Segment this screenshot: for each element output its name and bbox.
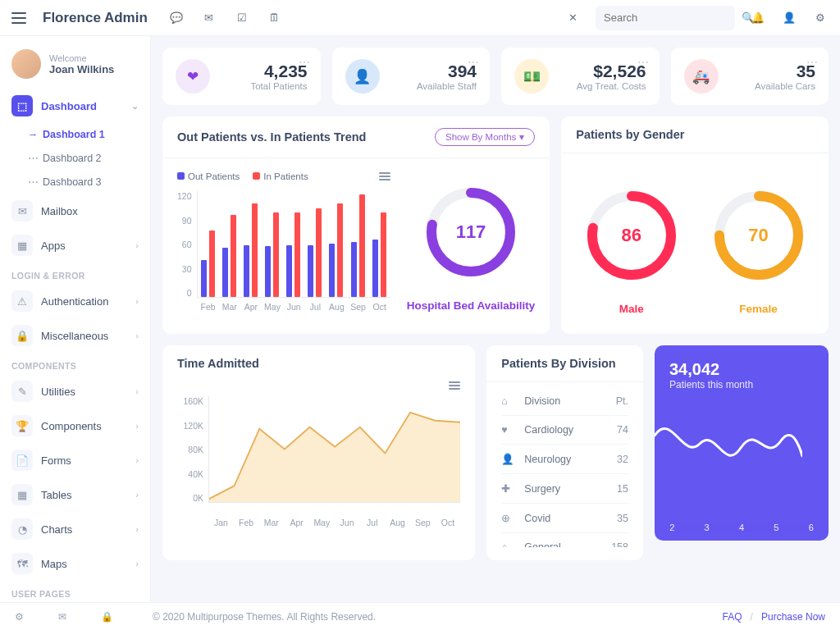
time-admitted-chart: 160K120K80K40K0K JanFebMarAprMayJunJulAu… bbox=[177, 396, 460, 527]
division-row[interactable]: 👤Neurology32 bbox=[501, 445, 628, 474]
search-box[interactable]: 🔍 bbox=[596, 6, 735, 30]
female-donut: 70 bbox=[710, 186, 808, 285]
nav-dashboard[interactable]: ⬚ Dashboard ⌄ bbox=[0, 89, 150, 123]
nav-forms[interactable]: 📄Forms› bbox=[0, 443, 150, 477]
time-admitted-title: Time Admitted bbox=[177, 357, 259, 370]
nav-mailbox[interactable]: ✉Mailbox bbox=[0, 194, 150, 228]
chevron-right-icon: › bbox=[135, 240, 139, 250]
mailbox-icon: ✉ bbox=[11, 200, 33, 221]
division-icon: ✚ bbox=[501, 482, 524, 495]
gear-icon[interactable]: ⚙ bbox=[812, 10, 829, 26]
home-icon: ⌂ bbox=[501, 395, 524, 407]
stat-value: $2,526 bbox=[577, 62, 646, 81]
footer-gear-icon[interactable]: ⚙ bbox=[15, 611, 24, 623]
nav-authentication[interactable]: ⚠Authentication› bbox=[0, 284, 150, 318]
more-icon[interactable]: ⋯ bbox=[299, 56, 311, 69]
chevron-right-icon: › bbox=[135, 331, 139, 340]
stats-row: ⋯ ❤ 4,235Total Patients ⋯ 👤 394Available… bbox=[162, 48, 829, 105]
division-header-row: ⌂ Division Pt. bbox=[501, 387, 628, 416]
nav-charts[interactable]: ◔Charts› bbox=[0, 512, 150, 546]
chart-menu-icon[interactable] bbox=[379, 172, 390, 180]
search-input[interactable] bbox=[604, 11, 742, 24]
chevron-down-icon: ⌄ bbox=[131, 101, 139, 112]
stat-icon: ❤ bbox=[176, 59, 210, 94]
check-icon[interactable]: ☑ bbox=[235, 11, 249, 25]
sidebar-user[interactable]: Welcome Joan Wilkins bbox=[0, 46, 150, 89]
chart-menu-icon[interactable] bbox=[449, 381, 460, 390]
section-components: COMPONENTS bbox=[0, 353, 150, 374]
division-rows[interactable]: ♥Cardiology74👤Neurology32✚Surgery15⊕Covi… bbox=[501, 416, 628, 547]
caret-down-icon: ▾ bbox=[519, 131, 524, 143]
trend-panel: Out Patients vs. In Patients Trend Show … bbox=[162, 116, 550, 334]
stat-card-3[interactable]: ⋯ 🚑 35Available Cars bbox=[671, 48, 829, 105]
arrow-icon: → bbox=[25, 129, 41, 140]
topbar: Florence Admin 💬 ✉ ☑ 🗓 ✕ 🔍 🔔 👤 ⚙ bbox=[0, 0, 840, 36]
stat-label: Avg Treat. Costs bbox=[577, 81, 646, 91]
division-title: Patients By Division bbox=[501, 357, 615, 370]
grid-icon: ▦ bbox=[11, 484, 33, 505]
nav-utilities[interactable]: ✎Utilities› bbox=[0, 374, 150, 409]
more-icon[interactable]: ⋯ bbox=[637, 56, 650, 69]
calendar-icon[interactable]: 🗓 bbox=[267, 11, 282, 25]
warning-icon: ⚠ bbox=[11, 290, 33, 312]
more-icon[interactable]: ⋯ bbox=[468, 56, 480, 69]
division-row[interactable]: ♥Cardiology74 bbox=[501, 416, 628, 445]
nav-components[interactable]: 🏆Components› bbox=[0, 409, 150, 443]
bed-availability-donut: 117 bbox=[422, 183, 520, 281]
nav-tables[interactable]: ▦Tables› bbox=[0, 477, 150, 512]
male-donut: 86 bbox=[582, 186, 681, 285]
mail-icon[interactable]: ✉ bbox=[202, 11, 217, 25]
stat-card-0[interactable]: ⋯ ❤ 4,235Total Patients bbox=[162, 48, 321, 105]
subnav-dashboard-2[interactable]: ⋯Dashboard 2 bbox=[25, 146, 150, 170]
division-row[interactable]: ⊕Covid35 bbox=[501, 504, 628, 533]
nav-label: Dashboard bbox=[41, 100, 97, 112]
section-login-error: LOGIN & ERROR bbox=[0, 262, 150, 284]
male-value: 86 bbox=[582, 186, 681, 285]
chevron-right-icon: › bbox=[135, 455, 139, 465]
trend-bar-chart: 1209060300 FebMarAprMayJunJulAugSepOct bbox=[177, 191, 390, 321]
stat-card-2[interactable]: ⋯ 💵 $2,526Avg Treat. Costs bbox=[501, 48, 660, 105]
purple-x-axis: 23456 bbox=[655, 523, 829, 532]
patients-month-label: Patients this month bbox=[669, 379, 814, 390]
stat-icon: 💵 bbox=[514, 59, 549, 94]
trend-filter-button[interactable]: Show By Months▾ bbox=[435, 128, 535, 146]
user-icon[interactable]: 👤 bbox=[781, 10, 797, 26]
gender-panel: Patients by Gender 86 Male 70 bbox=[561, 116, 829, 334]
dots-icon: ⋯ bbox=[25, 176, 41, 188]
footer-faq-link[interactable]: FAQ bbox=[723, 611, 742, 623]
stat-icon: 👤 bbox=[345, 59, 380, 94]
map-icon: 🗺 bbox=[11, 553, 33, 574]
stat-icon: 🚑 bbox=[684, 59, 719, 94]
footer-lock-icon[interactable]: 🔒 bbox=[101, 611, 113, 623]
footer-mail-icon[interactable]: ✉ bbox=[58, 611, 66, 623]
edit-icon: ✎ bbox=[11, 381, 33, 402]
nav-maps[interactable]: 🗺Maps› bbox=[0, 546, 150, 581]
female-label: Female bbox=[739, 303, 778, 315]
subnav-dashboard-3[interactable]: ⋯Dashboard 3 bbox=[25, 170, 150, 194]
chevron-right-icon: › bbox=[135, 421, 139, 431]
chat-icon[interactable]: 💬 bbox=[169, 11, 184, 25]
subnav-dashboard-1[interactable]: →Dashboard 1 bbox=[25, 123, 150, 146]
menu-toggle[interactable] bbox=[11, 12, 26, 24]
chevron-right-icon: › bbox=[135, 524, 139, 534]
female-value: 70 bbox=[710, 186, 808, 285]
chevron-right-icon: › bbox=[135, 559, 139, 568]
nav-miscellaneous[interactable]: 🔒Miscellaneous› bbox=[0, 318, 150, 353]
chevron-right-icon: › bbox=[135, 490, 139, 500]
division-row[interactable]: ✚Surgery15 bbox=[501, 474, 628, 504]
dashboard-icon: ⬚ bbox=[11, 95, 33, 116]
trend-title: Out Patients vs. In Patients Trend bbox=[177, 130, 366, 144]
shuffle-icon[interactable]: ✕ bbox=[564, 10, 581, 26]
clock-icon: ◔ bbox=[11, 518, 33, 540]
section-user-pages: USER PAGES bbox=[0, 581, 150, 602]
stat-label: Available Staff bbox=[417, 81, 477, 91]
top-quick-icons: 💬 ✉ ☑ 🗓 bbox=[169, 11, 282, 25]
user-name: Joan Wilkins bbox=[49, 63, 114, 75]
nav-apps[interactable]: ▦Apps› bbox=[0, 228, 150, 262]
division-row[interactable]: ⌂General158 bbox=[501, 533, 628, 547]
footer-purchase-link[interactable]: Purchase Now bbox=[761, 611, 825, 623]
bell-icon[interactable]: 🔔 bbox=[750, 10, 766, 26]
stat-card-1[interactable]: ⋯ 👤 394Available Staff bbox=[332, 48, 491, 105]
more-icon[interactable]: ⋯ bbox=[806, 56, 819, 69]
chevron-right-icon: › bbox=[135, 296, 139, 306]
